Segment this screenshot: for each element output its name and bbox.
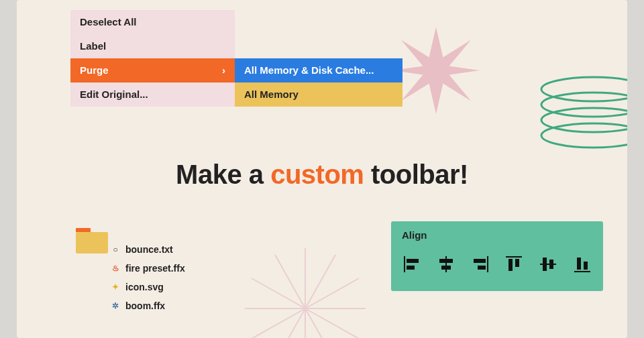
svg-rect-26 — [506, 256, 522, 258]
file-row[interactable]: ✦ icon.svg — [111, 278, 185, 296]
align-right-icon — [470, 254, 490, 274]
submenu-item-label: All Memory — [244, 89, 299, 100]
submenu-purge: All Memory & Disk Cache... All Memory — [235, 58, 402, 107]
file-name: bounce.txt — [125, 244, 173, 255]
file-name: boom.ffx — [125, 300, 165, 311]
svg-rect-20 — [445, 256, 447, 272]
svg-rect-19 — [407, 266, 415, 270]
svg-rect-25 — [478, 266, 486, 270]
align-right-button[interactable] — [470, 253, 490, 276]
svg-rect-30 — [543, 258, 547, 271]
file-name: fire preset.ffx — [125, 263, 185, 274]
submenu-item-all-memory[interactable]: All Memory — [235, 82, 402, 107]
align-left-icon — [402, 254, 422, 274]
align-center-horizontal-icon — [436, 254, 456, 274]
file-row[interactable]: ✲ boom.ffx — [111, 296, 185, 315]
svg-rect-34 — [584, 262, 588, 270]
svg-rect-29 — [540, 264, 556, 265]
align-top-button[interactable] — [504, 253, 525, 276]
file-row[interactable]: ♨ fire preset.ffx — [111, 259, 185, 278]
fire-icon: ♨ — [111, 264, 120, 273]
submenu-item-label: All Memory & Disk Cache... — [244, 64, 374, 76]
headline-accent: custom — [270, 160, 364, 189]
menu-item-label: Edit Original... — [80, 82, 148, 107]
align-center-horizontal-button[interactable] — [436, 253, 457, 276]
align-buttons-row — [402, 253, 592, 276]
menu-item-label[interactable]: Label — [70, 34, 235, 58]
file-name: icon.svg — [125, 282, 164, 292]
menu-item-label: Purge — [80, 58, 109, 82]
menu-item-label: Label — [80, 34, 106, 58]
svg-point-4 — [541, 123, 627, 148]
card: Deselect All Label Purge › Edit Original… — [17, 0, 627, 338]
svg-marker-0 — [392, 27, 480, 114]
svg-rect-27 — [508, 259, 513, 271]
align-top-icon — [504, 254, 524, 274]
context-menu: Deselect All Label Purge › Edit Original… — [70, 10, 235, 107]
svg-rect-31 — [549, 260, 553, 269]
gear-icon: ✲ — [111, 301, 120, 311]
svg-rect-33 — [577, 258, 581, 270]
folder-icon — [76, 228, 108, 253]
chevron-right-icon: › — [222, 58, 225, 82]
align-center-vertical-button[interactable] — [538, 253, 559, 276]
svg-rect-21 — [439, 259, 453, 263]
sparkle-icon: ✦ — [111, 282, 120, 292]
ring-icon: ○ — [111, 245, 120, 254]
headline-post: toolbar! — [364, 160, 468, 189]
align-bottom-button[interactable] — [572, 253, 592, 276]
align-bottom-icon — [572, 254, 592, 274]
svg-rect-24 — [474, 259, 486, 263]
align-panel: Align — [391, 221, 603, 291]
file-list: ○ bounce.txt ♨ fire preset.ffx ✦ icon.sv… — [111, 240, 185, 315]
svg-rect-28 — [515, 259, 519, 267]
menu-item-label: Deselect All — [80, 10, 137, 34]
align-center-vertical-icon — [538, 254, 558, 274]
menu-item-purge[interactable]: Purge › — [70, 58, 235, 82]
file-row[interactable]: ○ bounce.txt — [111, 240, 185, 259]
svg-rect-18 — [407, 259, 419, 263]
headline-pre: Make a — [176, 160, 270, 189]
starburst-decoration — [392, 27, 480, 114]
menu-item-edit-original[interactable]: Edit Original... — [70, 82, 235, 107]
headline: Make a custom toolbar! — [17, 160, 627, 190]
svg-rect-22 — [441, 266, 451, 270]
align-left-button[interactable] — [402, 253, 423, 276]
menu-item-deselect-all[interactable]: Deselect All — [70, 10, 235, 34]
svg-rect-23 — [487, 256, 488, 272]
radial-lines-decoration — [245, 248, 366, 338]
svg-rect-32 — [574, 271, 590, 272]
submenu-item-all-memory-disk-cache[interactable]: All Memory & Disk Cache... — [235, 58, 402, 82]
svg-rect-17 — [404, 256, 405, 272]
coil-decoration — [533, 72, 627, 153]
align-panel-title: Align — [402, 229, 592, 241]
